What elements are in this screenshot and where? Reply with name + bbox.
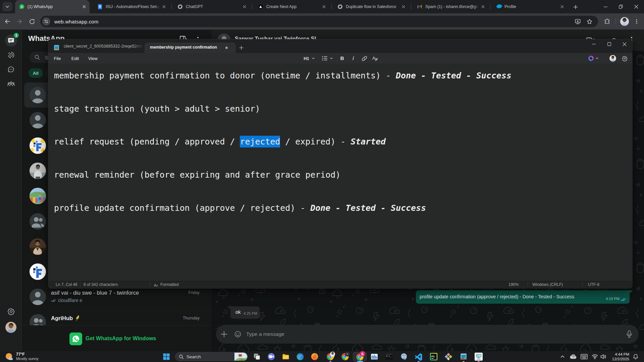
tab-create-next-app[interactable]: Create Next App: [254, 0, 329, 13]
notepad-tab-inactive[interactable]: client_secret_2_60053885332-2reqe52rribc: [64, 44, 143, 49]
tab-close-icon[interactable]: [401, 4, 406, 9]
notepad-titlebar[interactable]: client_secret_2_60053885332-2reqe52rribc…: [48, 39, 632, 53]
emoji-icon[interactable]: [234, 330, 241, 338]
message-composer[interactable]: Type a message: [216, 325, 639, 344]
tab-profile[interactable]: Profile: [492, 0, 568, 13]
volume-icon[interactable]: [600, 354, 606, 359]
profile-avatar[interactable]: [5, 322, 16, 333]
edge-icon[interactable]: [296, 353, 304, 361]
mic-icon[interactable]: [626, 330, 633, 338]
notepad-editor[interactable]: membership payment confirmation to donor…: [48, 64, 632, 281]
message-time: 4:19 PM: [606, 297, 620, 301]
tab-close-icon[interactable]: [82, 4, 87, 9]
get-whatsapp-banner[interactable]: Get WhatsApp for Windows: [22, 325, 212, 351]
onedrive-icon[interactable]: [570, 354, 577, 359]
tab-duplicate-flow[interactable]: Duplicate flow in Salesforce: [333, 0, 409, 13]
clear-formatting-button[interactable]: Ab: [371, 54, 380, 62]
notepad-maximize-button[interactable]: [601, 39, 617, 49]
install-app-icon[interactable]: [575, 18, 581, 25]
bold-button[interactable]: B: [337, 54, 347, 62]
tray-expand-chevron[interactable]: [559, 354, 566, 360]
communities-tab[interactable]: [5, 78, 17, 90]
forward-button[interactable]: [15, 17, 24, 26]
tab-whatsapp[interactable]: 1 (1) WhatsApp: [15, 0, 90, 13]
new-tab-button[interactable]: [571, 3, 580, 11]
file-explorer-icon[interactable]: [282, 353, 290, 361]
tab-gmail-spam[interactable]: Spam (1) - ishann.tforce@gmai: [413, 0, 488, 13]
menu-edit[interactable]: Edit: [69, 53, 82, 64]
notepad-settings-icon[interactable]: [620, 54, 630, 62]
tab-chatgpt[interactable]: ChatGPT: [173, 0, 250, 13]
link-button[interactable]: [360, 54, 369, 62]
diagram-tool-icon[interactable]: [444, 353, 452, 361]
browser-menu-icon[interactable]: [632, 17, 641, 26]
whatsapp-logo-icon: [69, 333, 82, 345]
back-button[interactable]: [3, 17, 12, 26]
chats-tab[interactable]: 1: [5, 35, 17, 47]
heading-style-dropdown[interactable]: H1: [302, 54, 317, 62]
outgoing-message-bubble[interactable]: profile update confirmation (approve / r…: [416, 290, 630, 304]
incoming-message-bubble[interactable]: ok 4:25 PM: [230, 306, 260, 319]
vscode-icon[interactable]: [415, 353, 423, 361]
notepad-tab-active[interactable]: membership payment confirmation: [145, 43, 236, 53]
start-button[interactable]: [162, 353, 170, 361]
italic-button[interactable]: I: [348, 54, 358, 62]
unsaved-dot: [225, 47, 228, 49]
attach-plus-icon[interactable]: [220, 330, 228, 338]
taskpro-icon[interactable]: Go!TaskPro: [475, 353, 483, 361]
editor-line: renewal reminder (before expiring and af…: [54, 169, 340, 181]
tab-close-icon[interactable]: [321, 4, 327, 9]
filter-all[interactable]: All: [29, 68, 43, 78]
notepad-minimize-button[interactable]: [586, 39, 601, 49]
terminal-icon[interactable]: C:\_: [385, 353, 393, 361]
wifi-icon[interactable]: [592, 354, 598, 359]
weather-widget[interactable]: 77°F Mostly sunny: [5, 352, 72, 361]
status-tab[interactable]: [5, 49, 17, 61]
pycharm-icon[interactable]: PC: [430, 353, 438, 361]
chrome-profile-1-icon[interactable]: [326, 353, 334, 361]
tray-date: 12/2/2025: [612, 357, 629, 361]
firefox-icon[interactable]: [311, 353, 319, 361]
reload-button[interactable]: [27, 17, 37, 26]
communities-icon: [7, 80, 15, 88]
task-view-button[interactable]: [253, 353, 261, 361]
channels-tab[interactable]: [5, 63, 17, 75]
notepad-app-icon[interactable]: [460, 353, 468, 361]
browser-close-button[interactable]: [629, 0, 644, 13]
task-manager-icon[interactable]: [370, 353, 378, 361]
touch-keyboard-icon[interactable]: [581, 354, 588, 359]
notepad-close-button[interactable]: [617, 39, 632, 49]
tab-isij-flows[interactable]: ISIJ - Automation/Flows Setup: [93, 0, 169, 13]
url-text[interactable]: web.whatsapp.com: [54, 19, 99, 24]
tab-search-button[interactable]: [2, 2, 12, 11]
chrome-profile-2-icon[interactable]: [341, 353, 349, 361]
chat-app-icon[interactable]: [267, 353, 275, 361]
tab-close-icon[interactable]: [161, 4, 167, 9]
copilot-button[interactable]: [587, 54, 599, 62]
chrome-profile-s-active[interactable]: S: [353, 352, 367, 361]
notification-bell-icon[interactable]: [633, 354, 639, 360]
browser-minimize-button[interactable]: [598, 0, 613, 13]
tab-close-icon[interactable]: [559, 4, 565, 9]
notepad-new-tab-button[interactable]: [238, 45, 244, 51]
extensions-icon[interactable]: [602, 17, 612, 26]
zoom-level[interactable]: 190%: [508, 282, 519, 287]
settings-button[interactable]: [5, 305, 17, 317]
openai-favicon: [177, 4, 183, 9]
tab-title: (1) WhatsApp: [28, 4, 80, 9]
tray-clock[interactable]: 4:44 PM 12/2/2025: [612, 352, 629, 361]
account-avatar[interactable]: [609, 55, 616, 62]
address-bar[interactable]: web.whatsapp.com: [40, 16, 598, 27]
menu-file[interactable]: File: [51, 53, 64, 64]
list-style-dropdown[interactable]: [319, 54, 335, 62]
postgresql-icon[interactable]: [400, 353, 408, 361]
menu-view[interactable]: View: [87, 53, 99, 64]
tab-close-icon[interactable]: [480, 4, 486, 9]
taskbar-search[interactable]: Search: [175, 352, 248, 361]
bookmark-star-icon[interactable]: [586, 18, 593, 25]
profile-avatar[interactable]: [620, 17, 629, 26]
tab-close-icon[interactable]: [242, 4, 247, 9]
avatar: [30, 238, 46, 255]
site-settings-icon[interactable]: [42, 17, 50, 25]
browser-restore-button[interactable]: [613, 0, 629, 13]
